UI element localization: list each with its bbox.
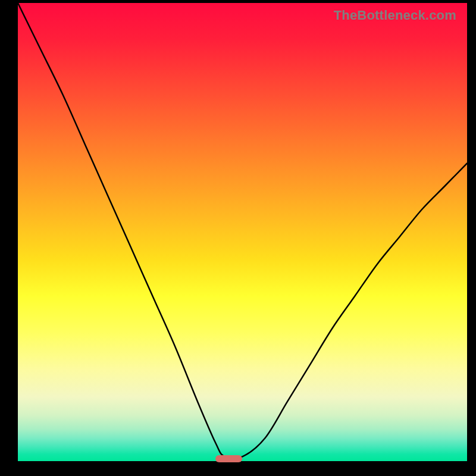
chart-container: TheBottleneck.com	[0, 0, 476, 476]
bottleneck-curve	[18, 3, 467, 461]
minimum-marker	[215, 455, 242, 462]
plot-area: TheBottleneck.com	[18, 3, 467, 461]
